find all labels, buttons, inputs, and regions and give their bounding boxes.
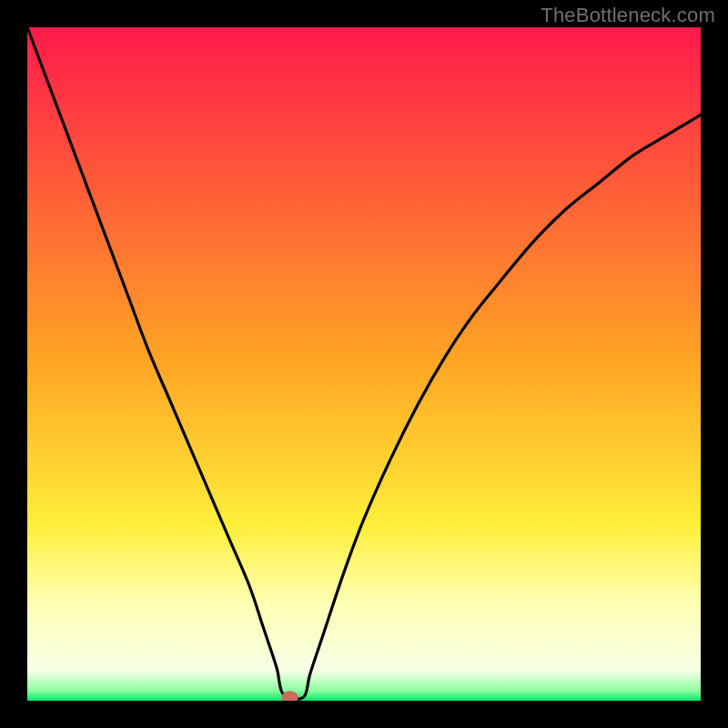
chart-frame: TheBottleneck.com — [0, 0, 728, 728]
watermark-text: TheBottleneck.com — [541, 4, 715, 27]
plot-area — [27, 27, 701, 701]
bottleneck-chart — [27, 27, 701, 701]
gradient-background — [27, 27, 701, 701]
